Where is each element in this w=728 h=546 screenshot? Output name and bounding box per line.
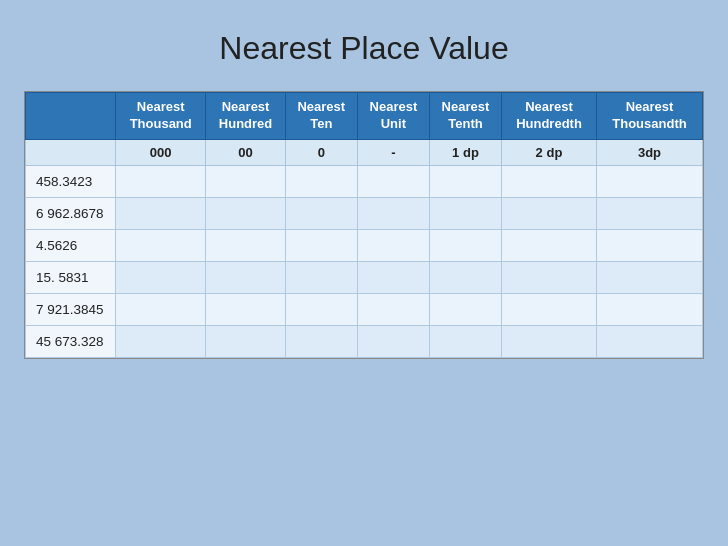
subheader-col-0: 000 <box>116 139 206 165</box>
row-0-col-1 <box>206 165 285 197</box>
row-5-col-0 <box>116 325 206 357</box>
row-0-col-5 <box>502 165 597 197</box>
row-1-col-6 <box>596 197 702 229</box>
row-2-col-6 <box>596 229 702 261</box>
row-1-col-1 <box>206 197 285 229</box>
table-container: NearestThousandNearestHundredNearestTenN… <box>24 91 704 359</box>
row-label-1: 6 962.8678 <box>26 197 116 229</box>
row-0-col-2 <box>285 165 357 197</box>
row-0-col-0 <box>116 165 206 197</box>
row-label-0: 458.3423 <box>26 165 116 197</box>
row-0-col-3 <box>357 165 429 197</box>
header-col-4: NearestTenth <box>429 93 501 140</box>
row-1-col-4 <box>429 197 501 229</box>
subheader-col-2: 0 <box>285 139 357 165</box>
row-2-col-2 <box>285 229 357 261</box>
header-empty <box>26 93 116 140</box>
row-label-3: 15. 5831 <box>26 261 116 293</box>
row-4-col-5 <box>502 293 597 325</box>
page-title: Nearest Place Value <box>219 30 508 67</box>
row-4-col-6 <box>596 293 702 325</box>
row-5-col-6 <box>596 325 702 357</box>
row-0-col-6 <box>596 165 702 197</box>
table-row: 6 962.8678 <box>26 197 703 229</box>
row-1-col-5 <box>502 197 597 229</box>
table-body: 458.34236 962.86784.562615. 58317 921.38… <box>26 165 703 357</box>
row-4-col-2 <box>285 293 357 325</box>
row-1-col-2 <box>285 197 357 229</box>
subheader-col-1: 00 <box>206 139 285 165</box>
table-header-row: NearestThousandNearestHundredNearestTenN… <box>26 93 703 140</box>
row-3-col-5 <box>502 261 597 293</box>
table-row: 4.5626 <box>26 229 703 261</box>
row-3-col-1 <box>206 261 285 293</box>
row-5-col-4 <box>429 325 501 357</box>
subheader-col-3: - <box>357 139 429 165</box>
row-4-col-4 <box>429 293 501 325</box>
header-col-6: NearestThousandth <box>596 93 702 140</box>
subheader-col-5: 2 dp <box>502 139 597 165</box>
row-5-col-5 <box>502 325 597 357</box>
row-3-col-2 <box>285 261 357 293</box>
row-2-col-5 <box>502 229 597 261</box>
row-label-4: 7 921.3845 <box>26 293 116 325</box>
nearest-place-value-table: NearestThousandNearestHundredNearestTenN… <box>25 92 703 358</box>
row-2-col-1 <box>206 229 285 261</box>
row-2-col-0 <box>116 229 206 261</box>
table-row: 458.3423 <box>26 165 703 197</box>
row-label-2: 4.5626 <box>26 229 116 261</box>
row-2-col-3 <box>357 229 429 261</box>
header-col-1: NearestHundred <box>206 93 285 140</box>
row-3-col-6 <box>596 261 702 293</box>
subheader-col-6: 3dp <box>596 139 702 165</box>
header-col-5: NearestHundredth <box>502 93 597 140</box>
row-3-col-0 <box>116 261 206 293</box>
row-5-col-1 <box>206 325 285 357</box>
table-subheader-row: 000000-1 dp2 dp3dp <box>26 139 703 165</box>
row-0-col-4 <box>429 165 501 197</box>
row-5-col-2 <box>285 325 357 357</box>
header-col-3: NearestUnit <box>357 93 429 140</box>
row-4-col-0 <box>116 293 206 325</box>
row-2-col-4 <box>429 229 501 261</box>
row-3-col-3 <box>357 261 429 293</box>
row-4-col-3 <box>357 293 429 325</box>
row-1-col-3 <box>357 197 429 229</box>
subheader-col-4: 1 dp <box>429 139 501 165</box>
row-5-col-3 <box>357 325 429 357</box>
row-label-5: 45 673.328 <box>26 325 116 357</box>
header-col-2: NearestTen <box>285 93 357 140</box>
table-row: 15. 5831 <box>26 261 703 293</box>
row-3-col-4 <box>429 261 501 293</box>
row-4-col-1 <box>206 293 285 325</box>
table-row: 7 921.3845 <box>26 293 703 325</box>
table-row: 45 673.328 <box>26 325 703 357</box>
header-col-0: NearestThousand <box>116 93 206 140</box>
row-1-col-0 <box>116 197 206 229</box>
subheader-empty <box>26 139 116 165</box>
